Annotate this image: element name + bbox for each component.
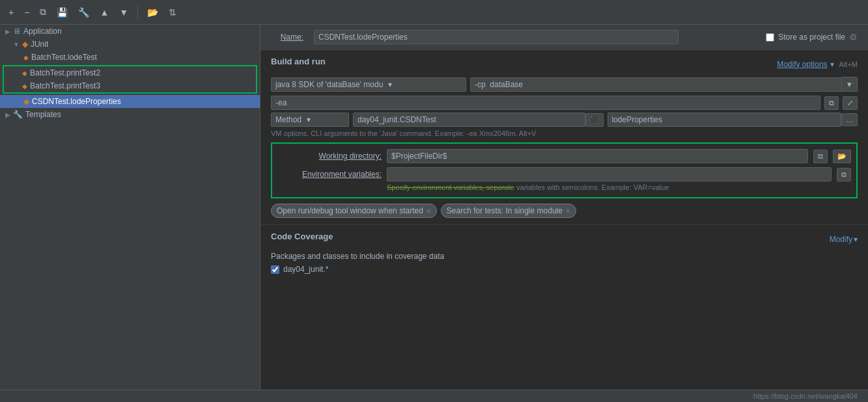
method-icon-2: ◆ <box>22 70 27 77</box>
ea-copy-btn[interactable]: ⧉ <box>824 96 839 110</box>
method-dropdown[interactable]: Method ▾ <box>271 113 349 127</box>
build-run-title: Build and run <box>271 57 326 66</box>
vm-hint: VM options. CLI arguments to the 'Java' … <box>271 129 858 137</box>
ea-input[interactable] <box>271 96 820 110</box>
env-label-text: Environment variables: <box>302 170 382 179</box>
cp-container: ▾ <box>470 77 858 92</box>
url-text: https://blog.csdn.net/wangkai404 <box>753 392 858 400</box>
tree-item-lodeproperties[interactable]: ◆ CSDNTest.lodeProperties <box>0 95 260 108</box>
right-panel: Name: Store as project file ⚙ Build and … <box>260 25 868 390</box>
add-button[interactable]: + <box>5 5 17 20</box>
working-dir-label: Working directory: <box>277 152 382 161</box>
working-dir-copy-btn[interactable]: ⧉ <box>813 150 828 163</box>
method-label: Method <box>275 115 301 124</box>
package-checkbox[interactable] <box>271 265 279 274</box>
sdk-row: java 8 SDK of 'dataBase' modu ▾ ▾ <box>271 77 858 92</box>
method-icon-1: ◆ <box>23 54 29 61</box>
store-project-checkbox[interactable] <box>766 33 774 42</box>
env-hint-cont: variables with semicolons. Example: VAR=… <box>516 183 669 191</box>
toolbar: + − ⧉ 💾 🔧 ▲ ▼ 📂 ⇅ <box>0 0 868 25</box>
remove-button[interactable]: − <box>21 5 33 20</box>
working-dir-browse-btn[interactable]: 📂 <box>833 150 851 163</box>
working-dir-label-text: Working directory: <box>319 152 382 161</box>
junit-icon: ◆ <box>22 40 28 49</box>
store-project-label: Store as project file <box>778 33 845 42</box>
java-sdk-label: java 8 SDK of 'dataBase' modu <box>275 80 383 89</box>
modify-options-label: Modify options <box>777 60 827 69</box>
templates-label: Templates <box>25 110 61 119</box>
tag-search-tests-label: Search for tests: In single module <box>447 206 563 215</box>
tags-row: Open run/debug tool window when started … <box>271 204 858 218</box>
save-button[interactable]: 💾 <box>53 5 71 20</box>
separator <box>137 6 138 19</box>
template-icon: 🔧 <box>13 110 23 119</box>
gear-icon[interactable]: ⚙ <box>849 32 858 42</box>
cp-input[interactable] <box>470 77 842 92</box>
modify-options-shortcut: Alt+M <box>839 60 858 68</box>
tree-item-printtest3[interactable]: ◆ BatchTest.printTest3 <box>4 79 256 92</box>
collapse-arrow: ▶ <box>5 28 10 35</box>
templates-arrow: ▶ <box>5 111 10 118</box>
tree-label-printtest2: BatchTest.printTest2 <box>30 68 100 77</box>
store-project-container: Store as project file ⚙ <box>766 32 858 42</box>
class-container: ⬛ <box>353 113 604 127</box>
settings-button[interactable]: 🔧 <box>75 5 92 20</box>
java-sdk-dropdown[interactable]: java 8 SDK of 'dataBase' modu ▾ <box>271 77 466 92</box>
copy-button[interactable]: ⧉ <box>36 5 49 20</box>
dropdown-icon: ▾ <box>830 60 834 69</box>
method-value-container: … <box>608 113 858 127</box>
modify-options-container: Modify options ▾ Alt+M <box>777 60 858 69</box>
tree-item-application[interactable]: ▶ 🖥 Application <box>0 25 260 38</box>
tag-open-window-label: Open run/debug tool window when started <box>277 206 423 215</box>
application-icon: 🖥 <box>13 27 21 36</box>
config-header: Name: Store as project file ⚙ <box>260 25 868 50</box>
package-row: day04_junit.* <box>271 265 858 274</box>
tree-item-templates[interactable]: ▶ 🔧 Templates <box>0 108 260 121</box>
cp-dropdown-btn[interactable]: ▾ <box>842 77 858 92</box>
ea-expand-btn[interactable]: ⤢ <box>843 96 858 110</box>
name-label: Name: <box>271 33 303 42</box>
sdk-dropdown-arrow: ▾ <box>388 80 392 89</box>
junit-arrow: ▼ <box>13 41 20 48</box>
method-browse-btn[interactable]: … <box>841 113 858 126</box>
method-value-input[interactable] <box>608 113 842 127</box>
tree-item-lodetest[interactable]: ◆ BatchTest.lodeTest <box>0 51 260 64</box>
class-input[interactable] <box>353 113 585 127</box>
tag-search-tests[interactable]: Search for tests: In single module ✕ <box>441 204 576 218</box>
env-row: Environment variables: ⧉ <box>277 167 851 181</box>
down-button[interactable]: ▼ <box>116 5 132 20</box>
working-dir-input[interactable] <box>387 149 808 163</box>
tree-item-junit[interactable]: ▼ ◆ JUnit <box>0 38 260 51</box>
package-item-label: day04_junit.* <box>283 265 328 274</box>
coverage-modify-label: Modify <box>830 235 852 244</box>
tag-search-tests-close[interactable]: ✕ <box>565 208 570 215</box>
tree-item-printtest2[interactable]: ◆ BatchTest.printTest2 <box>4 66 256 79</box>
env-label: Environment variables: <box>277 170 382 179</box>
main-content: ▶ 🖥 Application ▼ ◆ JUnit ◆ BatchTest.lo… <box>0 25 868 390</box>
env-copy-btn[interactable]: ⧉ <box>837 168 851 181</box>
sort-button[interactable]: ⇅ <box>165 5 180 20</box>
left-panel: ▶ 🖥 Application ▼ ◆ JUnit ◆ BatchTest.lo… <box>0 25 260 390</box>
method-icon-3: ◆ <box>22 83 27 90</box>
env-input[interactable] <box>387 167 832 181</box>
coverage-title: Code Coverage <box>271 232 333 241</box>
ea-row: ⧉ ⤢ <box>271 96 858 110</box>
class-browse-btn[interactable]: ⬛ <box>585 113 604 127</box>
method-icon-4: ◆ <box>23 97 29 106</box>
folder-button[interactable]: 📂 <box>144 5 161 20</box>
junit-label: JUnit <box>31 40 48 49</box>
method-row: Method ▾ ⬛ … <box>271 113 858 127</box>
up-button[interactable]: ▲ <box>96 5 112 20</box>
working-dir-row: Working directory: ⧉ 📂 <box>277 149 851 163</box>
name-input[interactable] <box>314 30 679 44</box>
tag-open-window-close[interactable]: ✕ <box>426 208 431 215</box>
modify-options-link[interactable]: Modify options ▾ <box>777 60 833 69</box>
name-label-text: Name: <box>281 33 303 42</box>
packages-label: Packages and classes to include in cover… <box>271 252 858 261</box>
application-label: Application <box>23 27 62 36</box>
tag-open-window[interactable]: Open run/debug tool window when started … <box>271 204 437 218</box>
env-hint: Specify environment variables, separate <box>387 183 514 191</box>
env-hint-container: Specify environment variables, separate … <box>277 183 851 192</box>
tree-label-printtest3: BatchTest.printTest3 <box>30 81 100 90</box>
coverage-modify-link[interactable]: Modify ▾ <box>830 235 858 244</box>
